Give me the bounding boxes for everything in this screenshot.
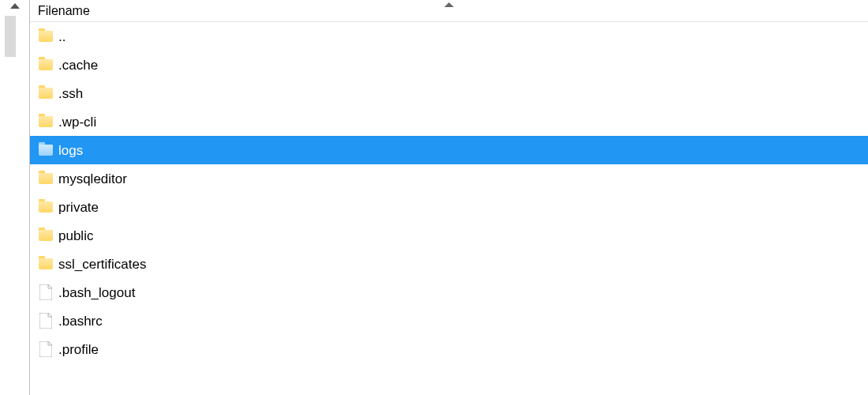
list-item-label: ssl_certificates bbox=[58, 258, 146, 271]
list-item-label: .. bbox=[58, 30, 65, 43]
scroll-up-arrow-icon[interactable] bbox=[10, 3, 20, 9]
folder-icon bbox=[38, 57, 54, 73]
folder-icon bbox=[38, 28, 54, 44]
list-item[interactable]: .bash_logout bbox=[30, 278, 868, 307]
list-item[interactable]: .bashrc bbox=[30, 307, 868, 335]
list-item[interactable]: mysqleditor bbox=[30, 164, 868, 193]
list-item-label: mysqleditor bbox=[58, 172, 127, 186]
file-icon bbox=[38, 313, 54, 329]
file-list-pane: Filename ...cache.ssh.wp-clilogsmysqledi… bbox=[30, 0, 868, 395]
folder-icon bbox=[38, 85, 54, 101]
list-item[interactable]: ssl_certificates bbox=[30, 250, 868, 278]
folder-icon bbox=[38, 256, 54, 272]
list-item-label: .profile bbox=[58, 343, 99, 356]
list-item[interactable]: .ssh bbox=[30, 79, 868, 107]
scrollbar-thumb[interactable] bbox=[5, 16, 16, 57]
column-header-label: Filename bbox=[38, 4, 90, 18]
folder-icon bbox=[38, 114, 54, 130]
left-scroll-pane bbox=[0, 0, 30, 395]
folder-icon bbox=[38, 228, 54, 243]
list-item-label: .wp-cli bbox=[58, 115, 96, 129]
list-item[interactable]: logs bbox=[30, 136, 868, 164]
list-item-label: .bash_logout bbox=[58, 286, 135, 299]
list-item[interactable]: .cache bbox=[30, 51, 868, 79]
list-item[interactable]: .profile bbox=[30, 335, 868, 363]
file-icon bbox=[38, 284, 54, 300]
folder-icon bbox=[38, 171, 54, 186]
list-item-label: .ssh bbox=[58, 87, 83, 100]
list-item-label: public bbox=[58, 229, 93, 243]
column-header-filename[interactable]: Filename bbox=[30, 0, 868, 22]
list-item-label: logs bbox=[58, 144, 83, 157]
list-item[interactable]: .wp-cli bbox=[30, 107, 868, 136]
list-item-label: private bbox=[58, 201, 99, 214]
list-item[interactable]: public bbox=[30, 221, 868, 250]
list-item[interactable]: private bbox=[30, 193, 868, 221]
file-icon bbox=[38, 341, 54, 357]
folder-icon bbox=[38, 142, 54, 158]
sort-ascending-icon bbox=[444, 2, 454, 7]
list-item-label: .bashrc bbox=[58, 314, 103, 328]
file-list: ...cache.ssh.wp-clilogsmysqleditorprivat… bbox=[30, 22, 868, 363]
folder-icon bbox=[38, 199, 54, 215]
list-item-label: .cache bbox=[58, 58, 98, 72]
list-item[interactable]: .. bbox=[30, 22, 868, 51]
